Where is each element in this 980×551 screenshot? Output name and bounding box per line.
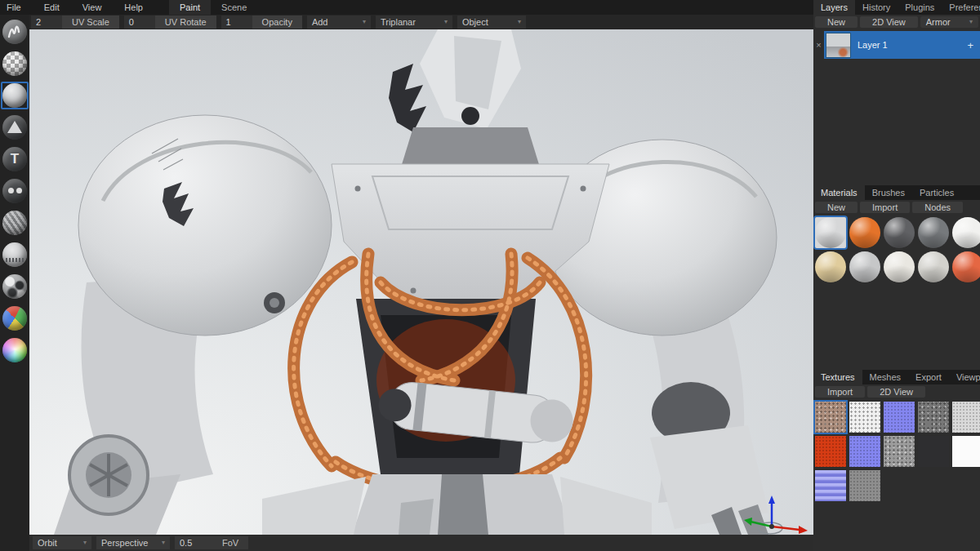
material-swatch[interactable] [849,217,880,248]
chevron-down-icon: ▾ [518,16,521,29]
camera-projection-dropdown[interactable]: Perspective ▾ [96,536,170,549]
material-swatch[interactable] [884,251,915,282]
text-icon: T [2,147,27,171]
decal-icon [2,115,27,140]
projection-mode-dropdown[interactable]: Triplanar ▾ [376,16,452,29]
menu-help[interactable]: Help [113,0,154,15]
opacity-input[interactable]: 1 [221,16,252,29]
picker-tool-button[interactable] [1,336,29,364]
tab-plugins[interactable]: Plugins [898,0,942,15]
texture-tile[interactable] [849,470,880,501]
tab-brushes[interactable]: Brushes [865,185,912,200]
texture-tile[interactable] [815,402,846,433]
texture-tile[interactable] [815,470,846,501]
texture-tile[interactable] [815,436,846,467]
uv-scale-input[interactable]: 2 [31,16,62,29]
new-material-button[interactable]: New [815,202,858,213]
texture-tile[interactable] [884,402,915,433]
bake-tool-button[interactable] [1,273,29,300]
blur-icon [2,211,27,235]
menubar: File Edit View Help Paint Scene [0,0,813,15]
particle-icon [2,242,27,267]
material-swatch[interactable] [918,217,949,248]
layers-toolbar: New 2D View Armor ▾ [813,15,980,29]
camera-mode-dropdown[interactable]: Orbit ▾ [33,536,91,549]
picker-icon [2,338,27,362]
texture-tile[interactable] [918,402,949,433]
texture-tile[interactable] [849,436,880,467]
fill-tool-button[interactable] [1,82,29,109]
fill-icon [2,83,27,108]
bake-icon [2,274,27,299]
layer-row[interactable]: Layer 1 + [824,31,980,59]
tab-particles[interactable]: Particles [912,185,961,200]
tab-viewport[interactable]: Viewport [949,370,980,384]
blend-mode-dropdown[interactable]: Add ▾ [307,16,371,29]
tab-export[interactable]: Export [908,370,949,384]
texture-tile[interactable] [952,436,980,467]
material-swatch-grid [813,215,980,285]
texture-tile[interactable] [952,402,980,433]
material-swatch[interactable] [918,251,949,282]
chevron-down-icon: ▾ [363,16,366,29]
object-filter-dropdown[interactable]: Armor ▾ [920,16,978,28]
import-material-button[interactable]: Import [860,202,910,213]
clone-tool-button[interactable] [1,177,29,205]
texture-tile[interactable] [849,402,880,433]
tab-meshes[interactable]: Meshes [862,370,909,384]
layers-section: Layers History Plugins Preferences New 2… [813,0,980,185]
textures-tabbar: Textures Meshes Export Viewport [813,370,980,384]
import-texture-button[interactable]: Import [815,386,865,398]
tab-paint[interactable]: Paint [169,0,211,15]
material-swatch[interactable] [849,251,880,282]
new-layer-button[interactable]: New [815,16,858,28]
material-swatch[interactable] [815,251,846,282]
texture-2d-view-button[interactable]: 2D View [867,386,925,398]
particle-tool-button[interactable] [1,241,29,269]
uv-rotate-label: UV Rotate [155,16,216,29]
texture-tile[interactable] [918,436,949,467]
armorpaint-window: File Edit View Help Paint Scene 2 UV Sca… [0,0,980,551]
layer-thumbnail [826,33,851,58]
tab-preferences[interactable]: Preferences [942,0,980,15]
colorid-tool-button[interactable] [1,304,29,332]
2d-view-button[interactable]: 2D View [860,16,918,28]
material-swatch[interactable] [815,217,846,248]
fov-input[interactable]: 0.5 [175,536,212,549]
space-mode-value: Object [462,16,511,29]
texture-tile[interactable] [884,436,915,467]
brush-settings-toolbar: 2 UV Scale 0 UV Rotate 1 Opacity Add ▾ T… [29,15,813,29]
delete-layer-icon[interactable]: × [813,40,824,50]
blur-tool-button[interactable] [1,209,29,237]
menu-view[interactable]: View [71,0,114,15]
textures-section: Textures Meshes Export Viewport Import 2… [813,370,980,551]
space-mode-dropdown[interactable]: Object ▾ [457,16,526,29]
materials-toolbar: New Import Nodes [813,200,980,215]
material-swatch[interactable] [952,251,980,282]
statusbar: Orbit ▾ Perspective ▾ 0.5 FoV [29,535,813,551]
material-swatch[interactable] [884,217,915,248]
menu-file[interactable]: File [0,0,33,15]
material-swatch[interactable] [952,217,980,248]
projection-mode-value: Triplanar [381,16,438,29]
viewport-3d[interactable] [29,29,813,535]
colorid-icon [2,306,27,331]
brush-tool-button[interactable] [1,18,29,46]
add-icon[interactable]: + [967,39,975,51]
menu-edit[interactable]: Edit [33,0,71,15]
tab-history[interactable]: History [855,0,898,15]
decal-tool-button[interactable] [1,113,29,141]
tab-textures[interactable]: Textures [813,370,862,384]
tab-scene[interactable]: Scene [211,0,257,15]
uv-rotate-input[interactable]: 0 [124,16,155,29]
nodes-button[interactable]: Nodes [912,202,963,213]
uv-rotate-field: 0 UV Rotate [124,16,216,29]
tab-layers[interactable]: Layers [813,0,855,15]
tab-materials[interactable]: Materials [813,185,865,200]
opacity-label: Opacity [252,16,302,29]
eraser-tool-button[interactable] [1,50,29,78]
clone-icon [2,179,27,203]
text-tool-button[interactable]: T [1,145,29,173]
blend-mode-value: Add [312,16,356,29]
brush-icon [2,20,27,44]
